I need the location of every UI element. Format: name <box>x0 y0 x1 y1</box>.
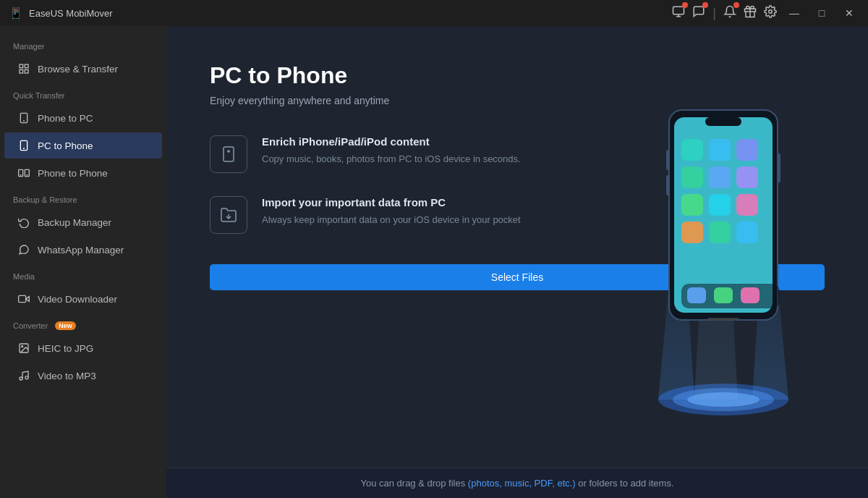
app-title: EaseUS MobiMover <box>29 8 113 19</box>
whatsapp-icon <box>17 243 30 256</box>
sidebar-item-video-downloader[interactable]: Video Downloader <box>4 286 162 312</box>
svg-point-21 <box>22 346 23 347</box>
sidebar-section-media: Media <box>0 263 166 285</box>
svg-rect-19 <box>19 295 26 302</box>
svg-rect-54 <box>778 153 780 182</box>
feature-enrich-title: Enrich iPhone/iPad/iPod content <box>262 135 521 148</box>
close-button[interactable]: ✕ <box>839 3 859 23</box>
video-icon <box>17 292 30 305</box>
svg-rect-44 <box>709 194 731 216</box>
svg-rect-55 <box>666 150 669 170</box>
sidebar-section-quick-transfer: Quick Transfer <box>0 83 166 104</box>
page-title: PC to Phone <box>210 62 825 89</box>
import-icon-box <box>210 196 247 234</box>
sidebar-item-label: Browse & Transfer <box>38 64 118 75</box>
svg-rect-6 <box>20 64 23 68</box>
sidebar-item-backup-manager[interactable]: Backup Manager <box>4 209 162 235</box>
svg-rect-48 <box>736 221 758 243</box>
image-icon <box>17 342 30 355</box>
app-icon: 📱 <box>9 7 23 20</box>
svg-rect-43 <box>681 194 703 216</box>
app-title-area: 📱 EaseUS MobiMover <box>9 7 113 20</box>
svg-rect-47 <box>709 221 731 243</box>
sidebar-item-label: HEIC to JPG <box>38 343 93 354</box>
svg-rect-8 <box>20 69 23 73</box>
notification-bell[interactable] <box>723 5 736 21</box>
svg-rect-38 <box>709 139 731 161</box>
bottom-bar-text: You can drag & drop files (photos, music… <box>360 478 673 489</box>
feature-enrich-desc: Copy music, books, photos from PC to iOS… <box>262 152 521 166</box>
backup-icon <box>17 216 30 229</box>
sidebar-item-label: Phone to PC <box>38 113 93 124</box>
svg-rect-56 <box>666 175 669 195</box>
svg-rect-40 <box>681 166 703 188</box>
notification-icon-2[interactable] <box>692 5 705 21</box>
phone-up-icon <box>17 111 30 124</box>
svg-point-23 <box>25 376 28 379</box>
sidebar-item-label: Backup Manager <box>38 217 111 228</box>
minimize-button[interactable]: — <box>784 3 804 23</box>
bottom-bar-highlight: (photos, music, PDF, etc.) <box>468 478 576 489</box>
svg-marker-18 <box>26 297 30 302</box>
sidebar-item-video-to-mp3[interactable]: Video to MP3 <box>4 363 162 389</box>
enrich-icon-box <box>210 135 247 173</box>
maximize-button[interactable]: □ <box>812 3 832 23</box>
sidebar-item-whatsapp-manager[interactable]: WhatsApp Manager <box>4 237 162 263</box>
sidebar-item-phone-to-pc[interactable]: Phone to PC <box>4 105 162 131</box>
svg-rect-50 <box>687 287 706 303</box>
title-bar: 📱 EaseUS MobiMover | — □ ✕ <box>0 0 868 26</box>
sidebar-section-backup: Backup & Restore <box>0 187 166 208</box>
sidebar-item-label: Video to MP3 <box>38 371 96 381</box>
grid-icon <box>17 62 30 75</box>
svg-rect-0 <box>673 7 684 14</box>
sidebar-item-browse-transfer[interactable]: Browse & Transfer <box>4 56 162 82</box>
sidebar-item-label: Video Downloader <box>38 294 117 305</box>
svg-rect-36 <box>705 117 741 126</box>
feature-import-desc: Always keep important data on your iOS d… <box>262 213 521 227</box>
sidebar-section-manager: Manager <box>0 33 166 55</box>
bottom-bar: You can drag & drop files (photos, music… <box>166 468 868 498</box>
settings-icon[interactable] <box>764 5 777 21</box>
svg-point-22 <box>20 377 22 380</box>
main-layout: Manager Browse & Transfer Quick Transfer… <box>0 26 868 498</box>
new-badge: New <box>55 321 76 330</box>
phone-swap-icon <box>17 166 30 180</box>
content-area: PC to Phone Enjoy everything anywhere an… <box>166 26 868 498</box>
svg-rect-41 <box>709 166 731 188</box>
svg-rect-9 <box>25 69 28 73</box>
sidebar-item-label: WhatsApp Manager <box>38 245 124 256</box>
sidebar-section-converter: Converter New <box>0 313 166 334</box>
feature-import-title: Import your important data from PC <box>262 196 521 208</box>
notification-icon-1[interactable] <box>672 5 685 21</box>
feature-import-text: Import your important data from PC Alway… <box>262 196 521 227</box>
gift-icon[interactable] <box>744 5 757 21</box>
music-icon <box>17 369 30 382</box>
svg-rect-39 <box>736 139 758 161</box>
svg-rect-51 <box>714 287 733 303</box>
sidebar-item-pc-to-phone[interactable]: PC to Phone <box>4 132 162 159</box>
svg-rect-42 <box>736 166 758 188</box>
sidebar-item-phone-to-phone[interactable]: Phone to Phone <box>4 160 162 186</box>
phone-down-icon <box>17 139 30 152</box>
svg-rect-7 <box>25 64 28 68</box>
svg-rect-45 <box>736 194 758 216</box>
svg-rect-37 <box>681 139 703 161</box>
phone-illustration <box>622 96 825 429</box>
svg-rect-52 <box>741 287 760 303</box>
svg-rect-46 <box>681 221 703 243</box>
sidebar-item-label: Phone to Phone <box>38 168 108 179</box>
sidebar-item-heic-to-jpg[interactable]: HEIC to JPG <box>4 335 162 361</box>
title-bar-controls: | — □ ✕ <box>672 3 859 23</box>
svg-point-5 <box>769 10 773 14</box>
feature-enrich-text: Enrich iPhone/iPad/iPod content Copy mus… <box>262 135 521 166</box>
sidebar: Manager Browse & Transfer Quick Transfer… <box>0 26 166 498</box>
divider-1: | <box>712 6 716 21</box>
svg-rect-53 <box>707 318 739 321</box>
svg-rect-24 <box>224 147 234 161</box>
sidebar-item-label: PC to Phone <box>38 140 93 151</box>
